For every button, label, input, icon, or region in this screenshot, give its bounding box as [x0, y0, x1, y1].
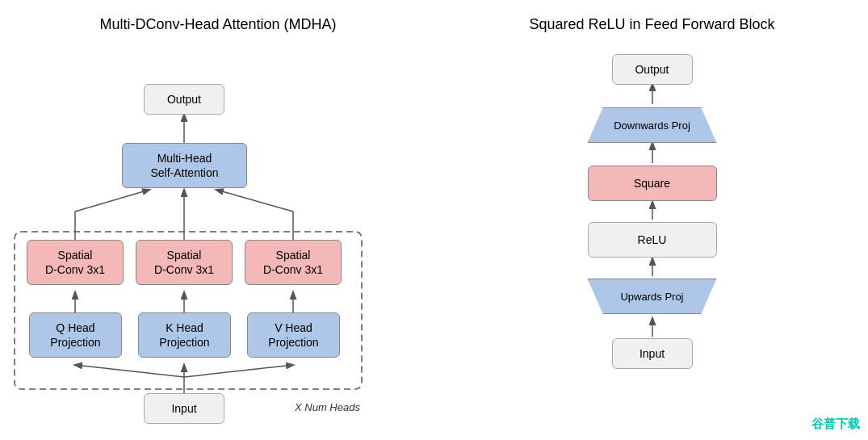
svg-line-11 — [75, 365, 184, 377]
right-output-node: Output — [612, 54, 693, 85]
svg-line-13 — [184, 365, 293, 377]
num-heads-label: X Num Heads — [295, 401, 360, 413]
mhsa-node: Multi-Head Self-Attention — [122, 143, 247, 188]
left-output-node: Output — [144, 84, 224, 115]
svg-line-6 — [216, 190, 293, 212]
right-input-node: Input — [612, 338, 693, 369]
dconv2-node: Spatial D-Conv 3x1 — [136, 240, 233, 285]
dconv1-node: Spatial D-Conv 3x1 — [27, 240, 124, 285]
left-inner: Output Multi-Head Self-Attention Spatial… — [8, 46, 428, 432]
left-input-node: Input — [144, 393, 224, 424]
down-proj-node: Downwards Proj — [588, 107, 717, 143]
svg-line-3 — [75, 190, 149, 212]
watermark: 谷普下载 — [811, 417, 860, 432]
right-inner: Output Downwards Proj Square ReLU Upward… — [491, 46, 814, 432]
up-proj-node: Upwards Proj — [588, 279, 717, 314]
left-diagram: Multi-DConv-Head Attention (MDHA) — [0, 8, 436, 432]
right-diagram: Squared ReLU in Feed Forward Block — [436, 8, 868, 432]
main-container: Multi-DConv-Head Attention (MDHA) — [0, 0, 868, 440]
relu-node: ReLU — [588, 222, 717, 258]
dconv3-node: Spatial D-Conv 3x1 — [245, 240, 342, 285]
square-node: Square — [588, 166, 717, 201]
right-title: Squared ReLU in Feed Forward Block — [529, 16, 774, 33]
vhead-node: V Head Projection — [247, 312, 340, 358]
khead-node: K Head Projection — [138, 312, 231, 358]
qhead-node: Q Head Projection — [29, 312, 122, 358]
left-title: Multi-DConv-Head Attention (MDHA) — [99, 16, 336, 33]
